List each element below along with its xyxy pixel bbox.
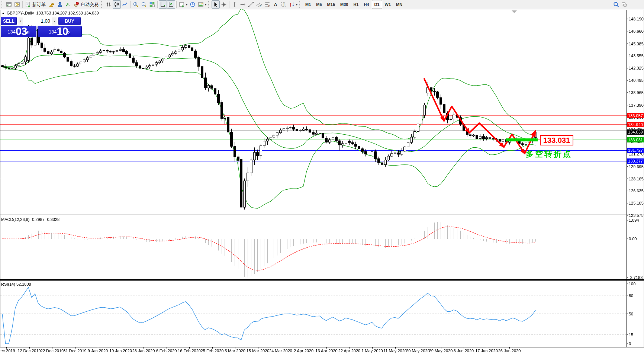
signals-icon[interactable]: [64, 0, 72, 9]
timeframe-m30-button[interactable]: M30: [338, 0, 351, 9]
timeframe-h1-button[interactable]: H1: [351, 0, 361, 9]
date-label: 13 Apr 2020: [315, 349, 337, 353]
equidistant-channel-icon[interactable]: E: [255, 0, 263, 9]
clock-icon[interactable]: [189, 0, 197, 9]
dropdown-arrow-icon[interactable]: ▾: [186, 3, 187, 6]
auto-scroll-icon: [168, 1, 174, 7]
price-tag-annotation[interactable]: 133.031: [540, 135, 573, 145]
dropdown-arrow-icon[interactable]: ▾: [296, 3, 297, 6]
svg-text:T: T: [283, 3, 286, 7]
new-order-icon: [25, 1, 31, 7]
chart-canvas[interactable]: [0, 9, 644, 353]
toolbar-drag-handle: [299, 1, 302, 8]
price-tick-label: 137.390: [629, 103, 644, 107]
text-icon: A: [273, 1, 278, 7]
gold-chart-icon[interactable]: [48, 0, 56, 9]
bar-chart-icon[interactable]: [104, 0, 113, 9]
price-level-badge: 134.039: [627, 129, 644, 135]
chat-icon[interactable]: [620, 0, 628, 9]
date-label: 12 Dec 2019: [17, 349, 41, 353]
new-chart-icon: [179, 1, 185, 7]
mql5-community-icon[interactable]: [56, 0, 64, 9]
auto-scroll-icon[interactable]: [167, 0, 175, 9]
zoom-out-icon[interactable]: [140, 0, 148, 9]
horizontal-line-icon[interactable]: [239, 0, 247, 9]
price-level-badge: 134.940: [627, 122, 644, 127]
toolbar-drag-handle: [101, 1, 104, 8]
text-icon[interactable]: A: [271, 0, 280, 9]
chart-shift-icon[interactable]: [159, 0, 167, 9]
sell-price-display[interactable]: 134 03 9: [1, 26, 36, 37]
price-tick-label: 126.635: [629, 189, 644, 193]
new-chart-icon[interactable]: ▾: [178, 0, 189, 9]
volume-decrease-button[interactable]: ▼: [18, 17, 23, 25]
toolbar-separator: [22, 1, 23, 8]
mt4-window: 新订单自动交易▾▾EFAT▾M1M5M15M30H1H4D1W1MN ▲ GBP…: [0, 0, 644, 353]
toolbar-separator: [176, 1, 177, 8]
date-label: Dec 2019: [0, 349, 15, 353]
candlestick-chart-icon: [114, 1, 120, 7]
macd-scale-min: -3.7183: [629, 275, 643, 280]
price-tick-label: 140.495: [629, 78, 644, 83]
timeframe-m1-button[interactable]: M1: [303, 0, 313, 9]
search-icon[interactable]: [612, 0, 620, 9]
timeframe-d1-button[interactable]: D1: [372, 0, 382, 9]
bar-chart-icon: [106, 1, 112, 7]
candlestick-chart-icon[interactable]: [113, 0, 121, 9]
symbol-marker-icon: ▲: [2, 11, 4, 15]
price-tick-label: 146.660: [629, 29, 644, 33]
timeframe-mn-button[interactable]: MN: [393, 0, 405, 9]
zoom-in-icon[interactable]: [132, 0, 140, 9]
arrows-icon[interactable]: ▾: [288, 0, 299, 9]
date-label: 22 Dec 2019: [41, 349, 64, 353]
tile-windows-icon[interactable]: [148, 0, 156, 9]
macd-scale-max: 1.894: [629, 218, 639, 222]
turning-point-annotation[interactable]: 多空转折点: [526, 149, 572, 159]
date-label: 15 Mar 2020: [247, 349, 270, 353]
toolbar-separator: [130, 1, 131, 8]
trendline-icon[interactable]: [247, 0, 255, 9]
price-tick-label: 128.165: [629, 177, 644, 181]
text-label-icon: T: [281, 1, 287, 7]
buy-button[interactable]: BUY: [58, 17, 81, 25]
crosshair-icon[interactable]: [220, 0, 228, 9]
toolbar: 新订单自动交易▾▾EFAT▾M1M5M15M30H1H4D1W1MN: [0, 0, 644, 9]
dropdown-arrow-icon[interactable]: ▾: [205, 3, 206, 6]
auto-trading-icon: [73, 1, 79, 7]
volume-stepper: ▼ ▲: [18, 17, 57, 25]
date-label: 25 Feb 2020: [201, 349, 224, 353]
timeframe-h4-button[interactable]: H4: [361, 0, 371, 9]
rsi-scale-label: 50: [629, 312, 633, 316]
buy-price-display[interactable]: 134 10 2: [38, 26, 82, 37]
fibonacci-icon[interactable]: F: [263, 0, 271, 9]
sell-button[interactable]: SELL: [1, 17, 17, 25]
timeframe-m5-button[interactable]: M5: [313, 0, 324, 9]
sell-price-prefix: 134: [7, 27, 16, 37]
new-order-button[interactable]: 新订单: [24, 0, 48, 9]
timeframe-m15-button[interactable]: M15: [325, 0, 338, 9]
date-label: 2 Apr 2020: [294, 349, 313, 353]
date-label: 17 Jun 2020: [475, 349, 498, 353]
text-label-icon[interactable]: T: [280, 0, 288, 9]
templates-icon[interactable]: ▾: [197, 0, 207, 9]
date-label: 8 Jun 2020: [454, 349, 474, 353]
timeframe-w1-button[interactable]: W1: [382, 0, 394, 9]
date-label: 5 Mar 2020: [225, 349, 245, 353]
line-chart-icon: [122, 1, 128, 7]
vertical-line-icon[interactable]: [231, 0, 239, 9]
equidistant-channel-icon: E: [256, 1, 262, 7]
auto-trading-button[interactable]: 自动交易: [72, 0, 100, 9]
charts-window-icon[interactable]: [5, 0, 13, 9]
strategy-tester-icon[interactable]: [13, 0, 21, 9]
line-chart-icon[interactable]: [121, 0, 129, 9]
volume-input[interactable]: [23, 17, 52, 25]
price-tick-label: 143.555: [629, 54, 644, 58]
zoom-out-icon: [141, 1, 147, 7]
cursor-icon[interactable]: [212, 0, 220, 9]
price-tick-label: 148.190: [629, 17, 644, 21]
buy-price-sup: 2: [68, 26, 71, 39]
price-tick-label: 138.965: [629, 90, 644, 95]
date-label: 16 Feb 2020: [178, 349, 201, 353]
date-label: 6 Feb 2020: [156, 349, 177, 353]
volume-increase-button[interactable]: ▲: [52, 17, 57, 25]
